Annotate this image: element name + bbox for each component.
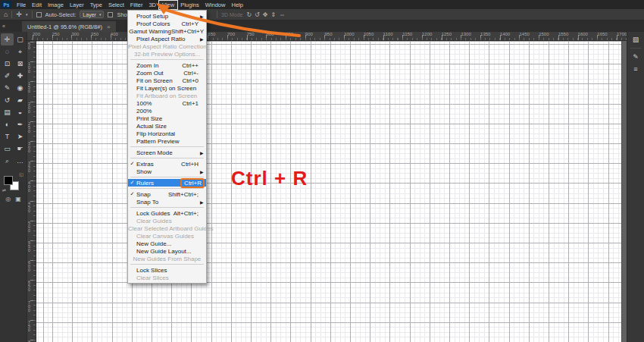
menu-item-label: Clear Slices (136, 275, 199, 281)
view-menu-item-rulers[interactable]: ✓RulersCtrl+R (128, 179, 206, 187)
eyedropper-tool[interactable]: ✐ (1, 70, 14, 82)
view-menu-item-lock-slices[interactable]: Lock Slices (128, 266, 206, 274)
view-menu-item-snap[interactable]: ✓SnapShift+Ctrl+; (128, 190, 206, 198)
menu-item-label: Fit Artboard on Screen (136, 93, 199, 99)
3d-mode-icon: ↺ (255, 11, 260, 18)
tab-close-icon[interactable]: × (107, 24, 111, 30)
blur-tool[interactable]: ◒ (14, 106, 27, 118)
menubar-item-filter[interactable]: Filter (127, 1, 146, 9)
type-tool[interactable]: T (1, 130, 14, 143)
crop-tool[interactable]: ⊡ (1, 58, 14, 70)
view-menu-dropdown: Proof Setup▶Proof ColorsCtrl+YGamut Warn… (127, 10, 207, 284)
screen-mode-icon[interactable]: ▣ (15, 196, 21, 202)
ruler-vertical[interactable]: 5 01 0 01 5 02 0 02 5 03 0 03 5 04 0 04 … (27, 41, 36, 342)
view-menu-item-extras[interactable]: ✓ExtrasCtrl+H (128, 160, 206, 168)
menubar-item-view[interactable]: View (159, 1, 177, 9)
view-menu-item-lock-guides[interactable]: Lock GuidesAlt+Ctrl+; (128, 209, 206, 217)
toolbar-collapse-icon[interactable]: « (2, 24, 22, 29)
vertical-scrollbar[interactable] (621, 41, 627, 342)
eraser-tool[interactable]: ▰ (14, 94, 27, 106)
menubar-item-window[interactable]: Window (202, 1, 229, 9)
menu-item-label: Lock Slices (136, 267, 199, 274)
view-menu-item-zoom-in[interactable]: Zoom InCtrl++ (128, 61, 206, 69)
healing-brush-tool[interactable]: ✚ (14, 70, 27, 82)
layer-select-dropdown[interactable]: Layer ▾ (80, 11, 104, 18)
move-tool-icon[interactable]: ✛ (16, 11, 22, 18)
move-tool[interactable]: ✛ (1, 33, 14, 45)
quick-mask-icon[interactable]: ◎ (5, 196, 11, 202)
menubar-item-edit[interactable]: Edit (29, 1, 45, 9)
view-menu-item-snap-to[interactable]: Snap To▶ (128, 198, 206, 206)
brushes-panel-icon[interactable]: ✎ (633, 53, 639, 61)
gradient-tool[interactable]: ▤ (1, 106, 14, 118)
menubar-item-3d[interactable]: 3D (145, 1, 159, 9)
ruler-label-h: 1200 (422, 32, 432, 36)
view-menu-item-fit-on-screen[interactable]: Fit on ScreenCtrl+0 (128, 77, 206, 84)
brush-settings-panel-icon[interactable]: ≡ (633, 65, 637, 73)
lasso-tool[interactable]: ◌ (1, 45, 14, 58)
menubar-item-file[interactable]: File (14, 1, 29, 9)
menu-item-shortcut: Alt+Ctrl+; (174, 210, 200, 217)
view-menu-item-flip-horizontal[interactable]: Flip Horizontal (128, 130, 206, 137)
view-menu-item-200[interactable]: 200% (128, 107, 206, 115)
view-menu-item-pattern-preview[interactable]: Pattern Preview (128, 137, 206, 145)
view-menu-item-new-guide-layout[interactable]: New Guide Layout... (128, 247, 206, 255)
ruler-horizontal[interactable]: 2002503003504004505005506006507007508008… (27, 32, 627, 41)
ruler-label-h: 850 (286, 32, 293, 36)
view-menu-item-show[interactable]: Show▶ (128, 168, 206, 175)
zoom-tool[interactable]: ⌕ (1, 155, 14, 167)
ruler-label-h: 1650 (597, 32, 607, 36)
view-menu-item-actual-size[interactable]: Actual Size (128, 122, 206, 130)
view-menu-item-gamut-warning[interactable]: Gamut WarningShift+Ctrl+Y (128, 27, 206, 35)
submenu-arrow-icon: ▶ (200, 169, 206, 174)
menu-item-label: 32-bit Preview Options... (134, 51, 200, 58)
pen-tool[interactable]: ✒ (14, 118, 27, 130)
clone-stamp-tool[interactable]: ◉ (14, 82, 27, 94)
view-menu-item-screen-mode[interactable]: Screen Mode▶ (128, 149, 206, 156)
view-menu-item-new-guide[interactable]: New Guide... (128, 240, 206, 247)
document-tab[interactable]: Untitled-1 @ 95.6% (RGB/8#) × (22, 21, 116, 32)
ruler-label-h: 800 (266, 32, 274, 36)
menubar-item-plugins[interactable]: Plugins (177, 1, 202, 9)
shape-tool[interactable]: ▭ (1, 143, 14, 155)
menu-separator (130, 207, 204, 208)
rectangular-marquee-tool[interactable]: ▢ (14, 33, 27, 45)
menubar-item-layer[interactable]: Layer (67, 1, 87, 9)
foreground-color-swatch[interactable] (4, 176, 13, 185)
view-menu-item-100[interactable]: 100%Ctrl+1 (128, 99, 206, 107)
frame-tool[interactable]: ⊠ (14, 58, 27, 70)
view-menu-item-pixel-aspect-ratio[interactable]: Pixel Aspect Ratio▶ (128, 35, 206, 42)
swap-colors-icon[interactable]: ⇄ (2, 187, 6, 193)
divider (11, 11, 12, 18)
show-transform-checkbox[interactable] (108, 12, 113, 17)
path-selection-tool[interactable]: ➤ (14, 130, 27, 143)
divider (32, 11, 33, 18)
menubar-item-type[interactable]: Type (87, 1, 105, 9)
hand-tool[interactable]: ☛ (14, 143, 27, 155)
object-selection-tool[interactable]: ⌖ (14, 45, 27, 58)
menu-item-label: Snap To (136, 199, 199, 206)
history-brush-tool[interactable]: ↺ (1, 94, 14, 106)
view-menu-item-zoom-out[interactable]: Zoom OutCtrl+- (128, 69, 206, 77)
ruler-label-v: 5 5 0 (28, 241, 30, 253)
chevron-down-icon[interactable]: ▾ (26, 12, 28, 17)
view-menu-item-print-size[interactable]: Print Size (128, 115, 206, 122)
view-menu-item-fit-layer-s-on-screen[interactable]: Fit Layer(s) on Screen (128, 84, 206, 92)
brush-tool[interactable]: ✎ (1, 82, 14, 94)
menubar-item-select[interactable]: Select (105, 1, 127, 9)
menubar-item-image[interactable]: Image (45, 1, 67, 9)
dodge-tool[interactable]: ◐ (1, 118, 14, 130)
home-icon[interactable]: ⌂ (4, 11, 8, 18)
view-menu-item-proof-colors[interactable]: Proof ColorsCtrl+Y (128, 20, 206, 27)
menu-item-shortcut: Ctrl+1 (182, 100, 200, 107)
edit-toolbar[interactable]: … (14, 155, 27, 167)
view-menu-item-proof-setup[interactable]: Proof Setup▶ (128, 12, 206, 20)
menubar-item-help[interactable]: Help (228, 1, 245, 9)
swatches-panel-icon[interactable]: ▧ (633, 36, 639, 43)
menu-item-label: Flip Horizontal (136, 130, 199, 137)
auto-select-checkbox[interactable] (36, 12, 42, 17)
menu-item-shortcut: Ctrl+H (181, 161, 200, 168)
photoshop-logo-icon: Ps (2, 1, 11, 8)
document-canvas[interactable] (36, 41, 621, 342)
default-colors-icon[interactable]: ◱ (19, 171, 23, 177)
